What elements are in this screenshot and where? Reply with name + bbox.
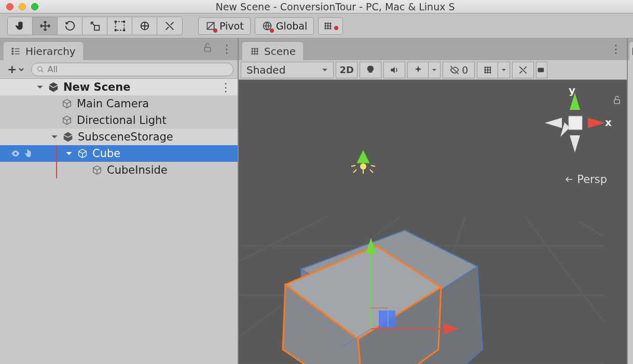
rect-tool[interactable] bbox=[107, 17, 132, 35]
global-toggle[interactable]: Global bbox=[255, 17, 314, 35]
hidden-objects-button[interactable]: 0 bbox=[443, 62, 474, 78]
shading-mode-dropdown[interactable]: Shaded bbox=[241, 62, 334, 78]
scene-tab-bar: Scene ⋮ bbox=[239, 38, 627, 60]
tree-row-cube-inside[interactable]: CubeInside bbox=[0, 162, 238, 178]
chevron-down-icon bbox=[65, 150, 73, 157]
axis-y-label: y bbox=[569, 84, 575, 96]
move-tool[interactable] bbox=[33, 17, 58, 35]
item-label: Directional Light bbox=[77, 114, 167, 127]
grid-button[interactable] bbox=[477, 62, 498, 78]
svg-rect-53 bbox=[614, 100, 620, 104]
tools-icon bbox=[164, 20, 175, 32]
svg-rect-1 bbox=[115, 21, 124, 30]
rotate-tool[interactable] bbox=[58, 17, 82, 35]
svg-rect-52 bbox=[569, 116, 582, 130]
main-area: Hierarchy ⋮ + bbox=[0, 38, 633, 364]
finger-icon bbox=[23, 148, 33, 159]
chevron-down-icon bbox=[36, 83, 44, 91]
projection-toggle[interactable]: Persp bbox=[565, 173, 607, 186]
transform-tool[interactable] bbox=[132, 17, 157, 35]
create-button[interactable]: + bbox=[4, 61, 27, 78]
tree-row-directional-light[interactable]: Directional Light bbox=[0, 112, 238, 129]
rotate-icon bbox=[64, 20, 76, 32]
tree-row-subscene[interactable]: SubsceneStorage bbox=[0, 129, 238, 145]
chevron-down-icon bbox=[432, 67, 437, 73]
lighting-toggle[interactable] bbox=[360, 62, 381, 78]
axis-x-label: x bbox=[605, 116, 612, 129]
move-icon bbox=[39, 20, 51, 32]
scene-tab-label: Scene bbox=[264, 45, 296, 58]
hand-tool[interactable] bbox=[8, 17, 33, 35]
eye-icon bbox=[10, 148, 21, 159]
search-input[interactable] bbox=[47, 64, 228, 74]
hierarchy-tab[interactable]: Hierarchy bbox=[3, 41, 84, 60]
pivot-toggle[interactable]: Pivot bbox=[198, 17, 251, 35]
svg-marker-45 bbox=[356, 150, 370, 163]
tree-row-cube[interactable]: Cube bbox=[0, 145, 238, 162]
svg-point-4 bbox=[115, 29, 116, 31]
svg-point-3 bbox=[123, 21, 125, 22]
window-title: New Scene - ConversionTour - PC, Mac & L… bbox=[44, 1, 627, 12]
subscene-marker bbox=[56, 145, 57, 162]
projection-icon bbox=[565, 175, 574, 184]
rect-icon bbox=[114, 20, 126, 32]
chevron-down-icon bbox=[51, 133, 58, 141]
inspector-tab[interactable]: I bbox=[629, 41, 633, 60]
chevron-down-icon bbox=[19, 67, 24, 72]
camera-button[interactable] bbox=[536, 62, 547, 78]
sparkle-icon bbox=[413, 65, 423, 75]
grid-dropdown[interactable] bbox=[498, 62, 510, 78]
tree-row-main-camera[interactable]: Main Camera bbox=[0, 95, 238, 112]
orientation-gizmo[interactable]: y x bbox=[539, 85, 611, 158]
item-label: SubsceneStorage bbox=[78, 131, 173, 143]
window-traffic-lights bbox=[6, 3, 38, 10]
custom-tool[interactable] bbox=[157, 17, 182, 35]
svg-point-12 bbox=[12, 53, 13, 54]
transform-tools-group bbox=[7, 17, 183, 35]
snap-toggle[interactable] bbox=[318, 17, 343, 35]
unity-scene-icon bbox=[48, 81, 59, 93]
snap-icon bbox=[323, 21, 333, 31]
chevron-down-icon bbox=[501, 67, 506, 73]
hierarchy-controls: + bbox=[0, 60, 238, 79]
svg-point-14 bbox=[38, 66, 42, 71]
context-menu-button[interactable]: ⋮ bbox=[221, 43, 232, 55]
2d-toggle[interactable]: 2D bbox=[336, 62, 357, 78]
svg-rect-17 bbox=[538, 67, 544, 72]
main-toolbar: Pivot Global bbox=[0, 13, 633, 38]
grid-icon bbox=[250, 46, 260, 57]
scene-context-menu-button[interactable]: ⋮ bbox=[610, 43, 622, 55]
pivot-icon bbox=[205, 20, 216, 32]
minimize-window-button[interactable] bbox=[19, 3, 26, 10]
settings-button[interactable] bbox=[513, 62, 533, 78]
maximize-window-button[interactable] bbox=[31, 3, 38, 10]
inspector-panel: I bbox=[628, 38, 633, 364]
scale-tool[interactable] bbox=[82, 17, 107, 35]
gizmo-lock-button[interactable] bbox=[612, 95, 622, 107]
lock-button[interactable] bbox=[202, 43, 213, 55]
audio-toggle[interactable] bbox=[384, 62, 405, 78]
scene-row-more-button[interactable]: ⋮ bbox=[220, 81, 238, 94]
svg-marker-48 bbox=[588, 118, 605, 128]
unlock-icon bbox=[202, 43, 213, 53]
hierarchy-panel: Hierarchy ⋮ + bbox=[0, 38, 239, 364]
scene-panel: Scene ⋮ Shaded 2D 0 bbox=[239, 38, 628, 364]
close-window-button[interactable] bbox=[6, 3, 13, 10]
svg-rect-37 bbox=[379, 311, 395, 327]
scene-viewport[interactable]: y x Persp bbox=[239, 80, 627, 364]
grid-icon bbox=[483, 65, 493, 75]
scene-root-row[interactable]: New Scene ⋮ bbox=[0, 79, 238, 95]
svg-marker-49 bbox=[545, 118, 562, 128]
scene-geometry bbox=[254, 158, 503, 364]
row-gutter bbox=[0, 82, 33, 92]
search-box[interactable] bbox=[31, 63, 233, 76]
svg-point-15 bbox=[15, 86, 17, 89]
camera-icon bbox=[536, 65, 547, 75]
item-label: Cube bbox=[92, 147, 120, 160]
search-icon bbox=[37, 66, 44, 73]
window-title-bar: New Scene - ConversionTour - PC, Mac & L… bbox=[0, 0, 633, 13]
scene-tab[interactable]: Scene bbox=[242, 41, 304, 60]
hand-icon bbox=[15, 20, 26, 32]
fx-dropdown[interactable] bbox=[429, 62, 440, 78]
fx-toggle[interactable] bbox=[408, 62, 429, 78]
